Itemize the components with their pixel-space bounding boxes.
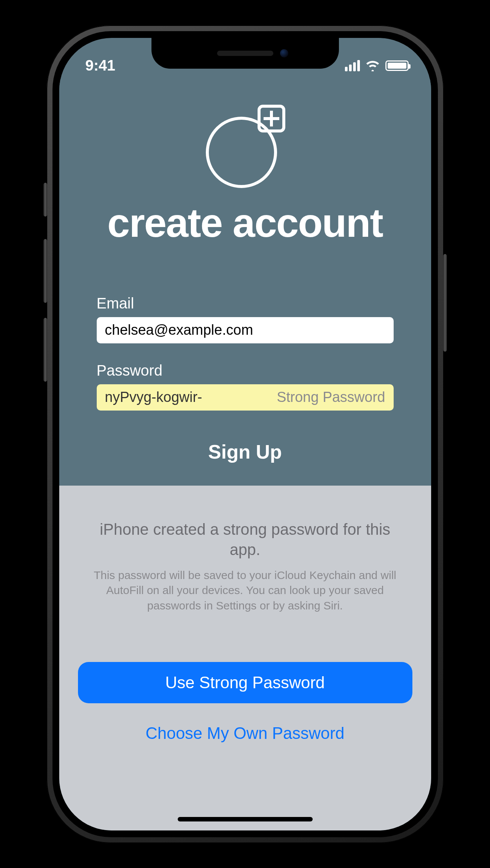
page-title: create account — [59, 199, 431, 246]
speaker-grille — [217, 51, 273, 56]
status-time: 9:41 — [85, 57, 115, 74]
email-field[interactable] — [97, 317, 394, 343]
choose-own-password-button[interactable]: Choose My Own Password — [78, 724, 412, 743]
front-camera — [280, 49, 288, 57]
notch — [151, 38, 339, 69]
cellular-icon — [345, 60, 360, 71]
password-label: Password — [97, 362, 394, 379]
volume-up-button — [43, 239, 47, 303]
wifi-icon — [365, 60, 380, 71]
screen: 9:41 — [59, 38, 431, 830]
sheet-subtitle: This password will be saved to your iClo… — [78, 568, 412, 614]
sheet-title: iPhone created a strong password for thi… — [78, 519, 412, 560]
use-strong-password-button[interactable]: Use Strong Password — [78, 662, 412, 703]
phone-frame: 9:41 — [46, 25, 444, 843]
password-value: nyPvyg-kogwir- — [105, 389, 202, 405]
email-label: Email — [97, 295, 394, 312]
battery-icon — [385, 60, 409, 71]
autofill-sheet: iPhone created a strong password for thi… — [59, 486, 431, 830]
volume-down-button — [43, 318, 47, 382]
sign-up-button[interactable]: Sign Up — [208, 441, 282, 463]
app-logo-icon — [202, 102, 288, 188]
password-field[interactable]: nyPvyg-kogwir- Strong Password — [97, 384, 394, 411]
home-indicator[interactable] — [178, 817, 313, 821]
signup-form: Email Password nyPvyg-kogwir- Strong Pas… — [59, 295, 431, 463]
mute-switch — [43, 183, 47, 217]
side-button — [443, 254, 447, 352]
password-strength-label: Strong Password — [273, 389, 385, 405]
